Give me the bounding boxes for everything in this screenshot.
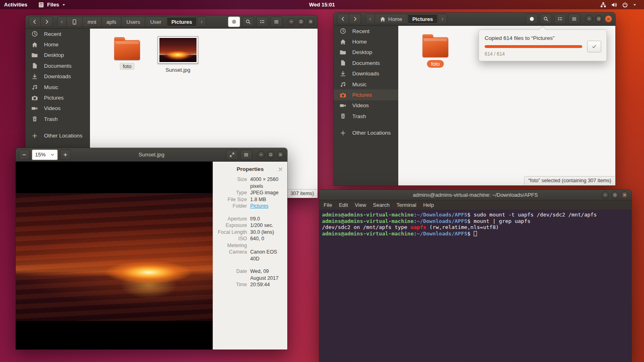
sidebar-item-downloads[interactable]: Downloads <box>25 71 90 82</box>
sidebar-item-label: Desktop <box>352 49 372 55</box>
view-toggle-button[interactable] <box>256 17 268 27</box>
sidebar-item-videos[interactable]: Videos <box>25 103 90 114</box>
minimize-button[interactable] <box>585 15 593 23</box>
search-button[interactable] <box>540 14 552 24</box>
maximize-button[interactable] <box>595 15 602 23</box>
folder-link[interactable]: Pictures <box>250 203 268 210</box>
sidebar-item-documents[interactable]: Documents <box>25 60 90 71</box>
terminal-cursor <box>474 231 477 236</box>
forward-button[interactable] <box>349 14 361 24</box>
sidebar-item-desktop[interactable]: Desktop <box>334 47 398 58</box>
clock[interactable]: Wed 15:01 <box>0 2 644 8</box>
file-sunset-jpg[interactable]: Sunset.jpg <box>155 34 201 73</box>
sidebar-item-trash[interactable]: Trash <box>334 111 398 121</box>
zoom-out-button[interactable] <box>19 150 29 160</box>
sidebar-item-label: Desktop <box>44 52 64 58</box>
sidebar-item-music[interactable]: Music <box>25 82 90 92</box>
breadcrumb-pictures[interactable]: Pictures <box>167 17 197 27</box>
trash-icon <box>340 113 346 119</box>
sidebar-item-music[interactable]: Music <box>334 79 398 89</box>
sidebar-item-home[interactable]: Home <box>25 39 90 50</box>
breadcrumb-scroll-right[interactable] <box>438 14 447 24</box>
terminal-menu-edit[interactable]: Edit <box>339 202 348 208</box>
folder-foto[interactable]: foto <box>413 31 458 68</box>
dismiss-operation-button[interactable] <box>587 41 601 52</box>
volume-icon[interactable] <box>611 2 617 8</box>
breadcrumb-scroll-left[interactable] <box>58 17 67 27</box>
terminal-menu-terminal[interactable]: Terminal <box>397 202 416 208</box>
fullscreen-button[interactable] <box>226 150 238 160</box>
terminal-menu-help[interactable]: Help <box>423 202 434 208</box>
app-menu-label: Files <box>47 2 59 8</box>
sidebar-item-home[interactable]: Home <box>334 36 398 47</box>
breadcrumb-home[interactable]: Home <box>375 14 408 24</box>
terminal-title: admins@admins-virtual-machine: ~/Downloa… <box>413 192 538 198</box>
property-exposure: Exposure1/200 sec. <box>217 222 283 229</box>
minimize-button[interactable] <box>602 191 609 199</box>
app-menu[interactable]: Files <box>38 2 69 8</box>
maximize-button[interactable] <box>611 191 619 199</box>
sidebar-item-label: Videos <box>352 102 369 108</box>
forward-button[interactable] <box>41 17 53 27</box>
close-button[interactable] <box>277 151 284 158</box>
sidebar-item-videos[interactable]: Videos <box>334 100 398 111</box>
sidebar-item-trash[interactable]: Trash <box>25 114 90 124</box>
sidebar-item-documents[interactable]: Documents <box>334 58 398 68</box>
breadcrumb-pictures[interactable]: Pictures <box>408 14 438 24</box>
view-toggle-button[interactable] <box>554 14 566 24</box>
home-icon <box>380 16 386 22</box>
activities-button[interactable]: Activities <box>4 2 27 8</box>
minimize-button[interactable] <box>288 18 295 25</box>
sidebar-item-pictures[interactable]: Pictures <box>25 92 90 103</box>
terminal-output[interactable]: admins@admins-virtual-machine:~/Download… <box>319 210 631 362</box>
operations-button[interactable] <box>228 17 240 27</box>
sidebar-item-desktop[interactable]: Desktop <box>25 50 90 60</box>
close-button[interactable] <box>621 191 628 199</box>
terminal-menu-view[interactable]: View <box>355 202 366 208</box>
minimize-button[interactable] <box>257 151 265 158</box>
maximize-button[interactable] <box>267 151 274 158</box>
back-button[interactable] <box>337 14 349 24</box>
sidebar-item-label: Downloads <box>44 73 71 79</box>
zoom-in-button[interactable] <box>60 150 71 160</box>
maximize-button[interactable] <box>297 18 305 25</box>
sidebar-item-other-locations[interactable]: Other Locations <box>334 128 398 138</box>
chevron-down-icon <box>62 2 68 8</box>
close-button[interactable] <box>307 18 314 25</box>
video-icon <box>31 105 38 112</box>
terminal-menu-search[interactable]: Search <box>373 202 389 208</box>
sidebar-item-pictures[interactable]: Pictures <box>334 89 398 100</box>
breadcrumb-apfs[interactable]: apfs <box>102 17 122 27</box>
zoom-level-dropdown[interactable]: 15% <box>32 150 58 160</box>
close-button[interactable] <box>605 15 612 23</box>
folder-foto[interactable]: foto <box>105 34 150 73</box>
sidebar-item-recent[interactable]: Recent <box>334 26 398 36</box>
back-button[interactable] <box>29 17 41 27</box>
chevron-down-icon[interactable] <box>633 2 639 8</box>
breadcrumb-drive[interactable] <box>67 17 83 27</box>
sidebar-item-recent[interactable]: Recent <box>25 29 90 39</box>
breadcrumb-users[interactable]: Users <box>121 17 145 27</box>
power-icon[interactable] <box>622 2 628 8</box>
menu-button[interactable] <box>270 17 282 27</box>
copy-progress-title: Copied 614 files to “Pictures” <box>485 35 601 41</box>
copy-progress-popover: Copied 614 files to “Pictures” 614 / 614 <box>479 29 607 61</box>
download-icon <box>340 71 346 77</box>
breadcrumb-scroll-left[interactable] <box>366 14 375 24</box>
network-icon[interactable] <box>600 2 606 8</box>
breadcrumb-user[interactable]: User <box>145 17 166 27</box>
sidebar-item-downloads[interactable]: Downloads <box>334 69 398 79</box>
operations-button[interactable] <box>526 14 538 24</box>
search-button[interactable] <box>242 17 254 27</box>
properties-panel: Properties Size4000 × 2560 pixelsTypeJPE… <box>213 162 287 350</box>
breadcrumb-scroll-right[interactable] <box>197 17 206 27</box>
breadcrumb-mnt[interactable]: mnt <box>83 17 102 27</box>
close-icon[interactable] <box>278 166 283 172</box>
sidebar-item-other-locations[interactable]: Other Locations <box>25 131 90 141</box>
terminal-menu-file[interactable]: File <box>324 202 332 208</box>
viewer-headerbar: 15% Sunset.jpg <box>16 148 287 162</box>
sidebar-item-label: Recent <box>44 31 61 37</box>
menu-button[interactable] <box>568 14 580 24</box>
clock-icon <box>340 28 346 34</box>
menu-button[interactable] <box>240 150 252 160</box>
